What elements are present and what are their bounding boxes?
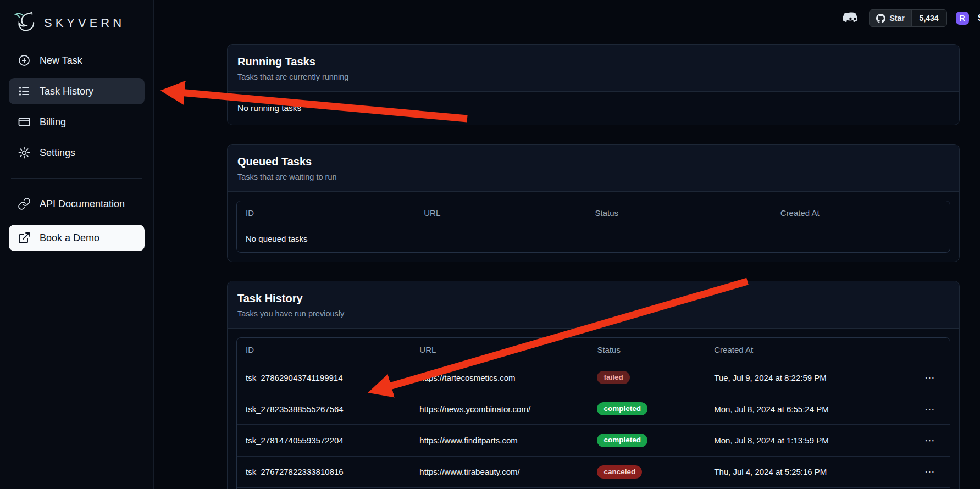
task-url: https://www.tirabeauty.com/ bbox=[411, 456, 588, 487]
card-title: Running Tasks bbox=[237, 55, 949, 68]
column-header-status: Status bbox=[588, 338, 705, 362]
github-star-button[interactable]: Star 5,434 bbox=[869, 9, 946, 27]
task-id: tsk_278629043741199914 bbox=[237, 362, 411, 393]
empty-row: No queued tasks bbox=[237, 225, 950, 253]
status-badge: completed bbox=[597, 434, 647, 447]
task-created-at: Mon, Jul 8, 2024 at 1:13:59 PM bbox=[705, 425, 913, 456]
column-header-created-at: Created At bbox=[705, 338, 913, 362]
queued-tasks-card: Queued Tasks Tasks that are waiting to r… bbox=[227, 144, 960, 262]
task-url: https://tartecosmetics.com bbox=[411, 362, 588, 393]
github-star-label: Star bbox=[889, 14, 904, 23]
card-title: Task History bbox=[237, 292, 949, 305]
sidebar-item-new-task[interactable]: New Task bbox=[9, 47, 145, 74]
task-history-table: ID URL Status Created At tsk_27862904374… bbox=[236, 337, 950, 489]
task-url: https://news.ycombinator.com/ bbox=[411, 393, 588, 425]
sidebar-item-api-documentation[interactable]: API Documentation bbox=[9, 191, 145, 217]
external-link-icon bbox=[18, 231, 31, 244]
table-row[interactable]: tsk_278147405593572204 https://www.findi… bbox=[237, 425, 950, 456]
card-subtitle: Tasks that are currently running bbox=[237, 73, 949, 81]
table-row[interactable]: tsk_278629043741199914 https://tartecosm… bbox=[237, 362, 950, 393]
app-window: SKYVERN New Task Task History Billing bbox=[0, 0, 980, 489]
column-header-created-at: Created At bbox=[772, 201, 950, 225]
list-icon bbox=[18, 85, 31, 98]
queued-tasks-table: ID URL Status Created At No queued tasks bbox=[236, 201, 950, 253]
github-star-segment[interactable]: Star bbox=[870, 10, 911, 26]
task-id: tsk_278147405593572204 bbox=[237, 425, 411, 456]
sidebar-item-label: Book a Demo bbox=[40, 232, 99, 244]
sidebar-item-task-history[interactable]: Task History bbox=[9, 78, 145, 104]
sidebar-item-book-a-demo[interactable]: Book a Demo bbox=[9, 225, 145, 251]
github-icon bbox=[876, 14, 885, 23]
avatar[interactable]: R bbox=[956, 12, 969, 25]
task-id: tsk_276727822333810816 bbox=[237, 456, 411, 487]
table-row[interactable]: tsk_278235388555267564 https://news.ycom… bbox=[237, 393, 950, 425]
row-actions-menu-icon[interactable]: ⋯ bbox=[922, 371, 938, 384]
column-header-url: URL bbox=[411, 338, 588, 362]
task-created-at: Thu, Jul 4, 2024 at 5:25:16 PM bbox=[705, 456, 913, 487]
plus-circle-icon bbox=[18, 54, 31, 67]
task-created-at: Mon, Jul 8, 2024 at 6:55:24 PM bbox=[705, 393, 913, 425]
row-actions-menu-icon[interactable]: ⋯ bbox=[922, 434, 938, 447]
column-header-url: URL bbox=[415, 201, 586, 225]
sidebar-item-settings[interactable]: Settings bbox=[9, 140, 145, 166]
card-subtitle: Tasks you have run previously bbox=[237, 309, 949, 318]
card-subtitle: Tasks that are waiting to run bbox=[237, 173, 949, 181]
sidebar-nav: New Task Task History Billing Settings bbox=[0, 47, 153, 251]
queued-tasks-header: Queued Tasks Tasks that are waiting to r… bbox=[228, 145, 959, 192]
user-name-partial: S bbox=[978, 13, 980, 24]
status-badge: failed bbox=[597, 371, 629, 384]
queued-tasks-empty-message: No queued tasks bbox=[237, 225, 950, 253]
sidebar-item-label: Billing bbox=[40, 116, 66, 128]
link-icon bbox=[18, 197, 31, 210]
gear-icon bbox=[18, 146, 31, 159]
status-badge: completed bbox=[597, 402, 647, 415]
task-history-card: Task History Tasks you have run previous… bbox=[227, 281, 960, 489]
sidebar-item-billing[interactable]: Billing bbox=[9, 109, 145, 135]
topbar: Star 5,434 R S bbox=[154, 0, 980, 36]
sidebar-item-label: New Task bbox=[40, 55, 82, 66]
sidebar-item-label: Task History bbox=[40, 86, 93, 97]
column-header-status: Status bbox=[586, 201, 772, 225]
card-title: Queued Tasks bbox=[237, 155, 949, 168]
sidebar-item-label: Settings bbox=[40, 147, 75, 159]
table-row[interactable]: tsk_276727822333810816 https://www.tirab… bbox=[237, 456, 950, 487]
running-tasks-card: Running Tasks Tasks that are currently r… bbox=[227, 44, 960, 125]
task-created-at: Tue, Jul 9, 2024 at 8:22:59 PM bbox=[705, 362, 913, 393]
task-history-header: Task History Tasks you have run previous… bbox=[228, 281, 959, 329]
table-header-row: ID URL Status Created At bbox=[237, 338, 950, 362]
row-actions-menu-icon[interactable]: ⋯ bbox=[922, 465, 938, 478]
brand-name: SKYVERN bbox=[44, 16, 125, 30]
status-badge: canceled bbox=[597, 465, 642, 479]
table-header-row: ID URL Status Created At bbox=[237, 201, 950, 225]
column-header-id: ID bbox=[237, 338, 411, 362]
row-actions-menu-icon[interactable]: ⋯ bbox=[922, 403, 938, 415]
sidebar: SKYVERN New Task Task History Billing bbox=[0, 0, 154, 489]
discord-icon[interactable] bbox=[843, 11, 860, 25]
main-area: Star 5,434 R S Running Tasks Tasks that … bbox=[154, 0, 980, 489]
sidebar-item-label: API Documentation bbox=[40, 198, 125, 210]
task-url: https://www.finditparts.com bbox=[411, 425, 588, 456]
credit-card-icon bbox=[18, 115, 31, 129]
column-header-id: ID bbox=[237, 201, 415, 225]
brand-logo: SKYVERN bbox=[0, 8, 153, 47]
sidebar-divider bbox=[11, 178, 142, 179]
content-column: Running Tasks Tasks that are currently r… bbox=[227, 44, 960, 489]
skyvern-dragon-icon bbox=[12, 11, 38, 35]
github-star-count[interactable]: 5,434 bbox=[911, 10, 946, 26]
task-id: tsk_278235388555267564 bbox=[237, 393, 411, 425]
running-tasks-empty-message: No running tasks bbox=[228, 92, 959, 125]
column-header-actions bbox=[913, 338, 950, 362]
running-tasks-header: Running Tasks Tasks that are currently r… bbox=[228, 45, 959, 92]
